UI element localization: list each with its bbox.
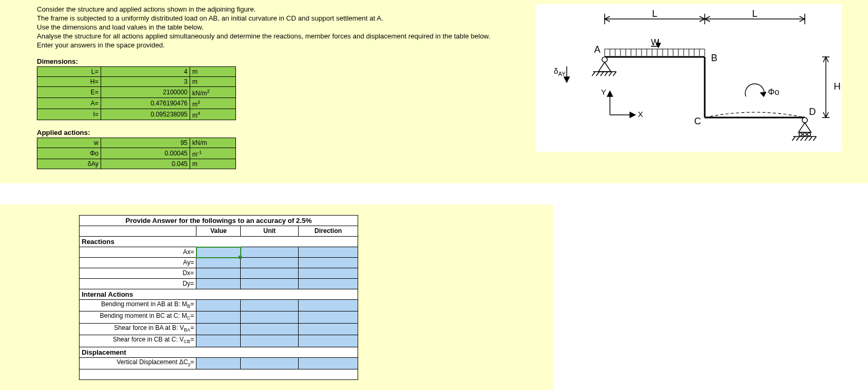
input-ay-value[interactable]	[196, 258, 241, 268]
input-ay-dir[interactable]	[299, 258, 358, 268]
row-vba: Shear force in BA at B: VBA=	[80, 323, 196, 335]
dim-label: E=	[37, 87, 101, 98]
input-vba-value[interactable]	[196, 323, 241, 335]
input-dy-dir[interactable]	[299, 279, 358, 289]
input-dx-dir[interactable]	[299, 268, 358, 279]
input-vcb-value[interactable]	[196, 335, 241, 347]
table-row: L= 4 m	[37, 67, 236, 77]
svg-marker-56	[630, 112, 635, 118]
row-dx: Dx=	[80, 268, 196, 279]
table-row: w 95 kN/m	[37, 138, 236, 148]
table-row: Bending moment in AB at B: MB=	[80, 300, 358, 311]
svg-line-41	[613, 72, 616, 76]
row-ax: Ax=	[80, 247, 196, 258]
label-H: H	[834, 81, 841, 92]
svg-line-37	[596, 72, 599, 76]
col-value: Value	[196, 226, 241, 237]
act-label: w	[37, 138, 101, 148]
table-row: Ay=	[80, 258, 358, 268]
label-L: L	[652, 8, 657, 19]
label-deltaAY: δAY	[547, 66, 566, 77]
svg-line-36	[592, 72, 595, 76]
table-row: δAy 0.045 m	[37, 159, 236, 169]
table-row: Shear force in BA at B: VBA=	[80, 323, 358, 335]
table-row: Dx=	[80, 268, 358, 279]
table-row: E= 2100000 kN/m2	[37, 87, 236, 98]
input-dy-value[interactable]	[196, 279, 241, 289]
dim-unit: m4	[190, 109, 236, 120]
dim-value: 2100000	[101, 87, 190, 98]
input-mb-value[interactable]	[196, 300, 241, 311]
input-dx-unit[interactable]	[241, 268, 299, 279]
act-unit: m	[190, 159, 236, 169]
input-vcb-unit[interactable]	[241, 335, 299, 347]
act-label: Φo	[37, 148, 101, 159]
input-ax-dir[interactable]	[299, 247, 358, 258]
row-mb: Bending moment in AB at B: MB=	[80, 300, 196, 311]
svg-point-44	[803, 133, 806, 136]
svg-line-38	[600, 72, 604, 76]
input-ay-unit[interactable]	[241, 258, 299, 268]
blank-row	[80, 369, 358, 379]
input-dcy-dir[interactable]	[299, 357, 358, 369]
input-mc-dir[interactable]	[299, 311, 358, 323]
dim-label: I=	[37, 109, 101, 120]
applied-actions-table: w 95 kN/m Φo 0.00045 m-1 δAy 0.045 m	[37, 138, 236, 169]
act-unit: kN/m	[190, 138, 236, 148]
col-unit: Unit	[241, 226, 299, 237]
svg-line-49	[801, 136, 804, 141]
table-row: Dy=	[80, 279, 358, 289]
table-row: A= 0.476190476 m2	[37, 98, 236, 109]
label-C: C	[694, 116, 701, 126]
dim-label: H=	[37, 77, 101, 87]
answer-title: Provide Answer for the followings to an …	[80, 216, 358, 226]
input-dx-value[interactable]	[196, 268, 241, 279]
svg-line-52	[813, 136, 816, 141]
input-mb-unit[interactable]	[241, 300, 299, 311]
svg-point-45	[807, 133, 811, 136]
dim-value: 4	[101, 67, 190, 77]
input-vba-unit[interactable]	[241, 323, 299, 335]
input-mb-dir[interactable]	[299, 300, 358, 311]
label-A: A	[594, 44, 600, 55]
table-row: I= 0.095238095 m4	[37, 109, 236, 120]
table-row: Ax=	[80, 247, 358, 258]
dim-unit: m	[190, 67, 236, 77]
dim-label: A=	[37, 98, 101, 109]
input-mc-value[interactable]	[196, 311, 241, 323]
label-Y: Y	[601, 87, 606, 96]
input-ax-unit[interactable]	[241, 247, 299, 258]
input-dy-unit[interactable]	[241, 279, 299, 289]
input-vcb-dir[interactable]	[299, 335, 358, 347]
table-row: Shear force in CB at C: VCB=	[80, 335, 358, 347]
row-ay: Ay=	[80, 258, 196, 268]
dim-value: 3	[101, 77, 190, 87]
input-vba-dir[interactable]	[299, 323, 358, 335]
structure-figure: L L H	[536, 4, 842, 152]
section-internal: Internal Actions	[80, 289, 358, 300]
label-X: X	[638, 110, 643, 119]
act-label: δAy	[37, 159, 101, 169]
svg-line-47	[792, 136, 795, 141]
row-vcb: Shear force in CB at C: VCB=	[80, 335, 196, 347]
svg-line-40	[609, 72, 612, 76]
col-dir: Direction	[299, 226, 358, 237]
answer-table: Provide Answer for the followings to an …	[79, 215, 358, 380]
dim-unit: m	[190, 77, 236, 87]
input-mc-unit[interactable]	[241, 311, 299, 323]
input-dcy-value[interactable]	[196, 357, 241, 369]
dim-unit: m2	[190, 98, 236, 109]
dim-value: 0.095238095	[101, 109, 190, 120]
svg-line-51	[809, 136, 812, 141]
input-ax-value[interactable]	[196, 247, 241, 258]
section-reactions: Reactions	[80, 237, 358, 247]
act-value: 0.00045	[101, 148, 190, 159]
svg-point-34	[602, 57, 607, 62]
table-row: Vertical Displacement ΔCy=	[80, 357, 358, 369]
label-D: D	[809, 106, 816, 117]
svg-point-43	[799, 133, 802, 136]
input-dcy-unit[interactable]	[241, 357, 299, 369]
table-row: H= 3 m	[37, 77, 236, 87]
dim-label: L=	[37, 67, 101, 77]
svg-marker-59	[761, 92, 766, 96]
